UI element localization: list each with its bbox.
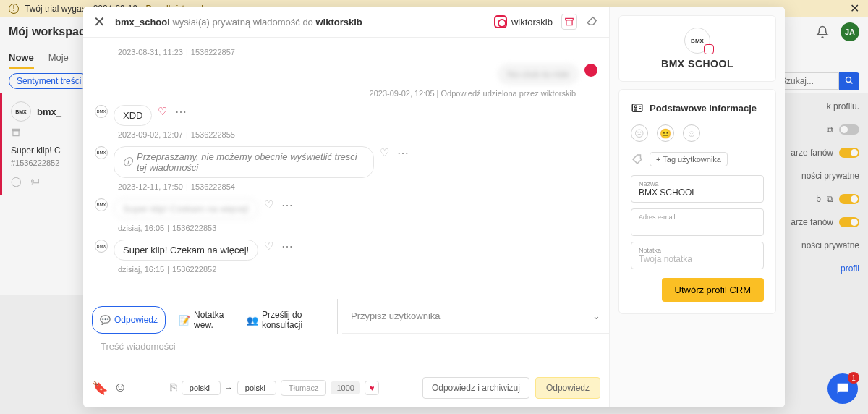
composer-tabs: 💬Odpowiedz 📝Notatka wew. 👥Prześlij do ko… [83, 299, 333, 334]
reply-archive-button[interactable]: Odpowiedz i archiwizuj [422, 377, 529, 399]
close-icon[interactable]: ✕ [93, 15, 106, 28]
tag-icon [631, 153, 644, 166]
modal-title: bmx_school wysłał(a) prywatną wiadomość … [115, 17, 362, 28]
bmx-avatar-icon: BMX [95, 198, 108, 211]
svg-point-7 [634, 106, 637, 108]
note-label: Notatka [639, 247, 756, 254]
bmx-avatar-icon: BMX [95, 146, 108, 159]
name-value: BMX SCHOOL [639, 187, 756, 198]
message-row-received: No-club-to-ride [95, 64, 597, 85]
assign-user-select[interactable]: Przypisz użytkownika ⌄ [342, 299, 609, 334]
target-lang[interactable]: polski [237, 381, 276, 395]
conversation-modal: ✕ bmx_school wysłał(a) prywatną wiadomoś… [83, 7, 785, 407]
create-crm-button[interactable]: Utwórz profil CRM [662, 278, 764, 302]
message-row-sent: BMX XDD ♡ ⋯ [95, 105, 597, 126]
modal-header: ✕ bmx_school wysłał(a) prywatną wiadomoś… [83, 7, 609, 38]
heart-icon[interactable]: ♡ [158, 105, 169, 117]
chevron-down-icon: ⌄ [592, 310, 600, 321]
message-meta: dzisiaj, 16:15|1536222852 [118, 265, 597, 274]
intercom-chat-button[interactable]: 1 [827, 373, 858, 404]
message-bubble: No-club-to-ride [498, 64, 579, 85]
instagram-badge-icon [704, 44, 714, 54]
heart-icon[interactable]: ♡ [264, 240, 276, 251]
message-textarea[interactable]: Treść wiadomości [92, 334, 600, 371]
svg-rect-5 [566, 20, 572, 25]
message-row-sent: BMX ⓘ Przepraszamy, nie możemy obecnie w… [95, 146, 597, 178]
message-row-sent: BMX Super klip! Czekam na więcej! ♡ ⋯ [95, 198, 597, 219]
profile-name: BMX SCHOOL [631, 58, 764, 69]
more-icon[interactable]: ⋯ [281, 240, 294, 253]
archive-button[interactable] [561, 14, 577, 30]
translate-button[interactable]: Tłumacz [281, 380, 327, 396]
instagram-icon [494, 15, 507, 28]
profile-logo: BMX [684, 28, 710, 54]
basic-info-card: Podstawowe informacje ☹ 😐 ☺ + Tag użytko… [618, 89, 776, 314]
name-field[interactable]: Nazwa BMX SCHOOL [631, 175, 764, 203]
sentiment-sad[interactable]: ☹ [631, 124, 648, 142]
heart-icon[interactable]: ♡ [380, 146, 391, 158]
char-counter: 1000 [331, 381, 359, 394]
composer-tab-note[interactable]: 📝Notatka wew. [171, 306, 234, 334]
sentiment-neutral[interactable]: 😐 [657, 124, 674, 142]
sentiment-happy[interactable]: ☺ [683, 124, 700, 142]
heart-icon[interactable]: ♡ [264, 198, 276, 210]
message-meta: 2023-08-31, 11:23|1536222857 [118, 48, 597, 56]
reply-button[interactable]: Odpowiedz [535, 377, 600, 399]
profile-card: BMX BMX SCHOOL [618, 15, 776, 82]
consult-icon: 👥 [247, 315, 258, 326]
box-icon [564, 17, 574, 27]
info-icon: ⓘ [123, 156, 132, 169]
message-bubble-info: ⓘ Przepraszamy, nie możemy obecnie wyświ… [114, 146, 374, 178]
name-label: Nazwa [639, 180, 756, 187]
basic-info-title: Podstawowe informacje [631, 101, 764, 114]
note-icon: 📝 [179, 315, 190, 326]
eraser-icon[interactable] [586, 14, 599, 30]
message-meta: 2023-09-02, 12:07|1536222855 [118, 130, 597, 139]
messages-list: 2023-08-31, 11:23|1536222857 No-club-to-… [83, 38, 609, 299]
emoji-icon[interactable]: ☺ [114, 380, 127, 396]
message-row-sent: BMX Super klip! Czekam na więcej! ♡ ⋯ [95, 240, 597, 261]
note-placeholder: Twoja notatka [639, 254, 756, 264]
user-avatar-icon [584, 64, 597, 77]
translate-icon: ⎘ [170, 381, 177, 394]
bookmark-icon[interactable]: 🔖 [92, 380, 108, 396]
bmx-avatar-icon: BMX [95, 240, 108, 253]
add-tag-button[interactable]: + Tag użytkownika [650, 152, 728, 166]
heart-toggle[interactable]: ♥ [365, 381, 380, 395]
composer-tab-reply[interactable]: 💬Odpowiedz [92, 306, 166, 334]
source-lang[interactable]: polski [182, 381, 221, 395]
chat-badge: 1 [848, 372, 859, 384]
chat-icon: 💬 [100, 315, 111, 325]
more-icon[interactable]: ⋯ [175, 105, 187, 119]
bmx-avatar-icon: BMX [95, 105, 108, 118]
user-profile-link[interactable]: wiktorskib [494, 15, 553, 28]
message-bubble: Super klip! Czekam na więcej! [114, 198, 258, 219]
modal-overlay: ✕ bmx_school wysłał(a) prywatną wiadomoś… [0, 0, 868, 414]
message-meta: 2023-12-11, 17:50|1536222854 [118, 182, 597, 191]
profile-sidebar: BMX BMX SCHOOL Podstawowe informacje ☹ 😐… [610, 7, 785, 407]
id-card-icon [631, 101, 644, 114]
email-field[interactable]: Adres e-mail [631, 208, 764, 236]
message-bubble: Super klip! Czekam na więcej! [114, 240, 258, 261]
email-label: Adres e-mail [639, 214, 756, 221]
reply-meta: 2023-09-02, 12:05 | Odpowiedź udzielona … [95, 89, 576, 98]
message-bubble: XDD [114, 105, 152, 126]
more-icon[interactable]: ⋯ [281, 198, 294, 212]
sentiment-picker: ☹ 😐 ☺ [631, 124, 764, 142]
more-icon[interactable]: ⋯ [397, 146, 409, 160]
composer-tab-consult[interactable]: 👥Prześlij do konsultacji [239, 306, 324, 334]
arrow-right-icon: → [225, 384, 233, 392]
note-field[interactable]: Notatka Twoja notatka [631, 242, 764, 269]
message-meta: dzisiaj, 16:05|1536222853 [118, 224, 597, 232]
chat-icon [835, 381, 851, 397]
composer-toolbar: 🔖 ☺ ⎘ polski → polski Tłumacz 1000 ♥ Odp… [83, 371, 609, 407]
